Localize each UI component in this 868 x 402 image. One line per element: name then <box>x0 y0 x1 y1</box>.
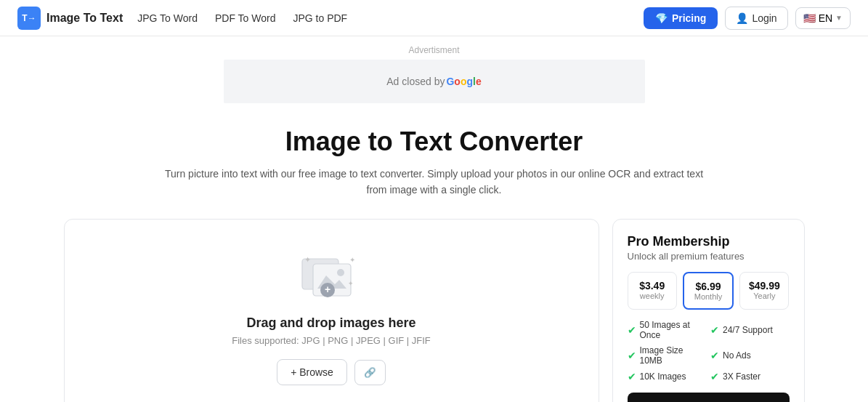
main-content: + ✦ ✦ ✦ Drag and drop images here Files … <box>49 219 819 402</box>
yearly-period: Yearly <box>743 292 785 300</box>
nav-jpg-to-pdf[interactable]: JPG to PDF <box>293 12 347 24</box>
navbar: T→ Image To Text JPG To Word PDF To Word… <box>0 0 868 36</box>
nav-jpg-to-word[interactable]: JPG To Word <box>137 12 198 24</box>
price-option-yearly[interactable]: $49.99 Yearly <box>739 272 789 310</box>
price-option-weekly[interactable]: $3.49 weekly <box>628 272 677 310</box>
browse-button[interactable]: + Browse <box>277 359 347 385</box>
link-button[interactable]: 🔗 <box>354 360 386 385</box>
lang-selector[interactable]: 🇺🇸 EN ▼ <box>795 7 851 29</box>
feature-label: 50 Images at Once <box>640 320 707 340</box>
chevron-down-icon: ▼ <box>835 14 843 22</box>
feature-50-images: ✔ 50 Images at Once <box>628 320 707 340</box>
upload-actions: + Browse 🔗 <box>277 359 386 385</box>
feature-3x-faster: ✔ 3X Faster <box>710 371 790 382</box>
pricing-button[interactable]: 💎 Pricing <box>644 7 718 29</box>
brand-name: Image To Text <box>46 12 123 25</box>
nav-links: JPG To Word PDF To Word JPG to PDF <box>137 12 347 24</box>
feature-no-ads: ✔ No Ads <box>710 345 790 366</box>
svg-text:✦: ✦ <box>349 256 355 264</box>
price-option-monthly[interactable]: $6.99 Monthly <box>683 272 734 310</box>
upload-drag-text: Drag and drop images here <box>246 315 415 331</box>
pricing-options: $3.49 weekly $6.99 Monthly $49.99 Yearly <box>628 272 790 310</box>
login-label: Login <box>752 12 776 24</box>
person-icon: 👤 <box>736 12 748 24</box>
pro-card: Pro Membership Unlock all premium featur… <box>612 219 805 402</box>
feature-label: No Ads <box>723 350 751 361</box>
check-icon: ✔ <box>710 324 719 336</box>
hero-section: Image to Text Converter Turn picture int… <box>0 106 868 207</box>
feature-label: 24/7 Support <box>723 325 773 335</box>
check-icon: ✔ <box>710 371 719 382</box>
nav-right: 💎 Pricing 👤 Login 🇺🇸 EN ▼ <box>644 7 851 30</box>
ad-label: Advertisment <box>0 45 868 55</box>
diamond-icon: 💎 <box>655 12 668 24</box>
pro-card-subtitle: Unlock all premium features <box>628 251 790 262</box>
feature-support: ✔ 24/7 Support <box>710 320 790 340</box>
ad-box: Ad closed by Google <box>224 60 645 103</box>
monthly-amount: $6.99 <box>687 281 729 292</box>
upload-icon-area: + ✦ ✦ ✦ <box>299 248 364 305</box>
hero-description: Turn picture into text with our free ima… <box>158 166 710 198</box>
google-logo: Google <box>446 76 481 87</box>
check-icon: ✔ <box>628 324 636 336</box>
check-icon: ✔ <box>710 350 719 361</box>
hero-title: Image to Text Converter <box>15 126 853 157</box>
lang-label: EN <box>819 12 832 24</box>
flag-icon: 🇺🇸 <box>803 12 816 24</box>
weekly-period: weekly <box>631 292 673 300</box>
pro-card-title: Pro Membership <box>628 234 790 249</box>
logo[interactable]: T→ Image To Text <box>17 7 123 30</box>
upload-box: + ✦ ✦ ✦ Drag and drop images here Files … <box>64 219 599 402</box>
nav-pdf-to-word[interactable]: PDF To Word <box>215 12 276 24</box>
svg-point-2 <box>337 269 344 276</box>
feature-10k-images: ✔ 10K Images <box>628 371 707 382</box>
svg-text:✦: ✦ <box>304 255 311 264</box>
pricing-label: Pricing <box>672 12 706 24</box>
weekly-amount: $3.49 <box>631 280 673 292</box>
check-icon: ✔ <box>628 350 636 361</box>
feature-label: Image Size 10MB <box>640 345 707 366</box>
svg-text:✦: ✦ <box>348 280 354 287</box>
feature-label: 3X Faster <box>723 371 760 382</box>
feature-label: 10K Images <box>640 371 686 382</box>
upload-images-icon: + ✦ ✦ ✦ <box>299 248 364 302</box>
login-button[interactable]: 👤 Login <box>725 7 787 30</box>
monthly-period: Monthly <box>687 292 729 301</box>
link-icon: 🔗 <box>364 367 376 378</box>
ad-section: Advertisment Ad closed by Google <box>0 36 868 106</box>
features-grid: ✔ 50 Images at Once ✔ 24/7 Support ✔ Ima… <box>628 320 790 382</box>
check-icon: ✔ <box>628 371 636 382</box>
upload-supported-text: Files supported: JPG | PNG | JPEG | GIF … <box>232 335 431 346</box>
logo-icon: T→ <box>17 7 41 30</box>
svg-text:+: + <box>325 284 330 295</box>
ad-closed-text: Ad closed by <box>386 76 445 87</box>
yearly-amount: $49.99 <box>743 280 785 292</box>
feature-image-size: ✔ Image Size 10MB <box>628 345 707 366</box>
upgrade-button[interactable]: Upgrade Now <box>628 393 790 402</box>
